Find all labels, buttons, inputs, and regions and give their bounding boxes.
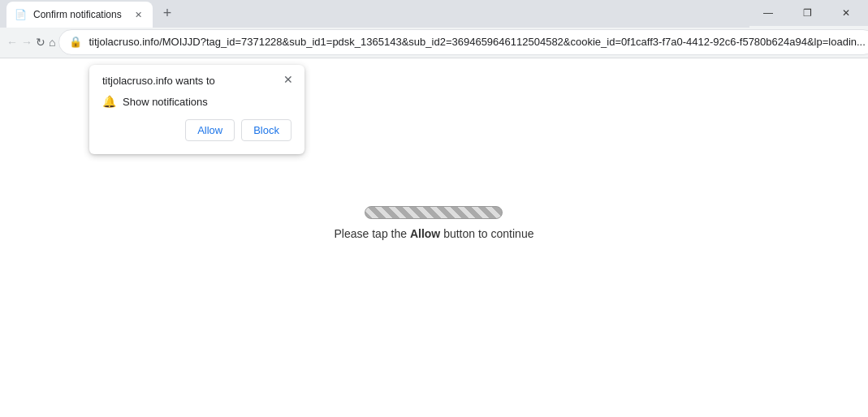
popup-buttons: Allow Block bbox=[102, 119, 291, 141]
loading-text-suffix: button to continue bbox=[440, 227, 533, 240]
new-tab-button[interactable]: + bbox=[156, 2, 179, 24]
back-button[interactable]: ← bbox=[6, 31, 18, 54]
reload-button[interactable]: ↻ bbox=[36, 31, 45, 54]
active-tab[interactable]: 📄 Confirm notifications ✕ bbox=[6, 2, 153, 28]
popup-content: 🔔 Show notifications bbox=[102, 95, 291, 108]
page-content: titjolacruso.info wants to ✕ 🔔 Show noti… bbox=[0, 58, 868, 388]
tab-bar: 📄 Confirm notifications ✕ + bbox=[0, 0, 749, 28]
minimize-button[interactable]: — bbox=[749, 0, 787, 26]
browser-chrome: 📄 Confirm notifications ✕ + — ❐ ✕ ← → ↻ … bbox=[0, 0, 868, 58]
forward-button[interactable]: → bbox=[21, 31, 32, 54]
home-button[interactable]: ⌂ bbox=[49, 31, 55, 54]
popup-close-button[interactable]: ✕ bbox=[280, 71, 296, 88]
lock-icon: 🔒 bbox=[69, 36, 82, 48]
loading-text-prefix: Please tap the bbox=[335, 227, 410, 240]
restore-button[interactable]: ❐ bbox=[788, 0, 826, 26]
tab-close-button[interactable]: ✕ bbox=[132, 8, 145, 21]
popup-title: titjolacruso.info wants to bbox=[102, 75, 291, 87]
toolbar: ← → ↻ ⌂ 🔒 titjolacruso.info/MOIJJD?tag_i… bbox=[0, 26, 868, 58]
loading-text: Please tap the Allow button to continue bbox=[335, 227, 534, 240]
popup-message: Show notifications bbox=[123, 96, 208, 108]
loading-bar bbox=[365, 206, 503, 219]
tab-title: Confirm notifications bbox=[33, 9, 125, 20]
tab-favicon-icon: 📄 bbox=[15, 9, 27, 20]
allow-button[interactable]: Allow bbox=[185, 119, 235, 141]
title-bar: 📄 Confirm notifications ✕ + — ❐ ✕ bbox=[0, 0, 868, 26]
close-button[interactable]: ✕ bbox=[827, 0, 865, 26]
bell-icon: 🔔 bbox=[102, 95, 116, 108]
block-button[interactable]: Block bbox=[241, 119, 291, 141]
loading-text-bold: Allow bbox=[410, 227, 440, 240]
notification-popup: titjolacruso.info wants to ✕ 🔔 Show noti… bbox=[89, 65, 304, 154]
loading-area: Please tap the Allow button to continue bbox=[335, 206, 534, 240]
address-bar[interactable]: 🔒 titjolacruso.info/MOIJJD?tag_id=737122… bbox=[58, 29, 868, 55]
address-text: titjolacruso.info/MOIJJD?tag_id=7371228&… bbox=[89, 36, 865, 48]
window-controls: — ❐ ✕ bbox=[749, 0, 868, 26]
